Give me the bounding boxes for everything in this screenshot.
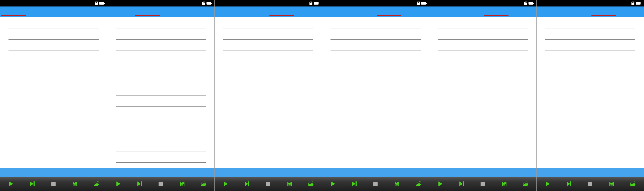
table-row [0, 73, 107, 84]
stop-icon [265, 181, 271, 187]
table-row [107, 40, 214, 51]
table-row [107, 129, 214, 140]
stop-button[interactable] [43, 177, 64, 191]
table-row [537, 51, 644, 62]
progress-bar [324, 174, 427, 176]
step-forward-icon [29, 181, 35, 187]
stop-button[interactable] [580, 177, 601, 191]
table-row [107, 96, 214, 107]
sd-card-icon [94, 1, 98, 5]
table-row [537, 28, 644, 40]
tab-chro[interactable] [483, 6, 510, 17]
stop-button[interactable] [258, 177, 279, 191]
single-test-button[interactable] [558, 177, 580, 191]
tab-set[interactable] [295, 6, 322, 17]
step-forward-icon [459, 181, 464, 187]
tab-spec[interactable] [429, 6, 456, 17]
save-icon [609, 181, 614, 187]
stop-button[interactable] [150, 177, 172, 191]
multi-test-button[interactable] [537, 177, 558, 191]
toolbar [107, 177, 214, 191]
multi-test-button[interactable] [0, 177, 22, 191]
open-folder-button[interactable] [86, 177, 107, 191]
table-row [429, 51, 536, 62]
progress-bar [109, 174, 213, 176]
tab-set[interactable] [402, 6, 429, 17]
single-test-button[interactable] [22, 177, 43, 191]
tab-chro[interactable] [268, 6, 295, 17]
tab-set[interactable] [510, 6, 536, 17]
open-folder-button[interactable] [300, 177, 322, 191]
open-folder-icon [308, 181, 314, 187]
open-folder-button[interactable] [622, 177, 644, 191]
tab-data[interactable] [134, 6, 161, 17]
tab-chro[interactable] [376, 6, 402, 17]
table-row [0, 51, 107, 62]
single-test-button[interactable] [129, 177, 150, 191]
status-bar [537, 168, 644, 177]
open-folder-button[interactable] [193, 177, 214, 191]
tab-spec[interactable] [107, 6, 134, 17]
tab-set[interactable] [617, 6, 644, 17]
open-folder-icon [201, 181, 206, 187]
tab-data[interactable] [564, 6, 590, 17]
single-test-button[interactable] [451, 177, 472, 191]
tab-chro[interactable] [590, 6, 617, 17]
open-folder-icon [523, 181, 528, 187]
measurement-table [429, 17, 536, 62]
save-icon [287, 181, 292, 187]
toolbar [322, 177, 429, 191]
tab-data[interactable] [349, 6, 376, 17]
stop-button[interactable] [365, 177, 386, 191]
screen-chro-cri-radar [429, 0, 537, 191]
save-button[interactable] [494, 177, 515, 191]
tab-set[interactable] [80, 6, 107, 17]
stop-icon [480, 181, 486, 187]
progress-bar [2, 174, 105, 176]
stop-icon [50, 181, 56, 187]
save-button[interactable] [64, 177, 86, 191]
table-row [107, 62, 214, 73]
title-bar [215, 0, 322, 6]
tab-spec[interactable] [322, 6, 349, 17]
sd-card-icon [202, 1, 205, 5]
tab-chro[interactable] [54, 6, 80, 17]
tab-bar [107, 6, 214, 17]
progress-bar [538, 174, 642, 176]
tab-set[interactable] [188, 6, 214, 17]
save-icon [179, 181, 185, 187]
tab-spec[interactable] [215, 6, 242, 17]
tab-spec[interactable] [537, 6, 564, 17]
save-button[interactable] [279, 177, 300, 191]
single-test-button[interactable] [344, 177, 365, 191]
stop-button[interactable] [472, 177, 494, 191]
tab-chro[interactable] [161, 6, 188, 17]
tab-data[interactable] [27, 6, 54, 17]
multi-test-button[interactable] [322, 177, 344, 191]
multi-test-button[interactable] [215, 177, 236, 191]
tab-bar [429, 6, 536, 17]
cie1931-chart [215, 62, 322, 168]
single-test-button[interactable] [236, 177, 258, 191]
title-bar [537, 0, 644, 6]
play-icon [8, 181, 14, 187]
table-row [0, 28, 107, 40]
spectrum-chart[interactable] [0, 84, 107, 168]
sd-card-icon [309, 1, 312, 5]
save-button[interactable] [601, 177, 622, 191]
table-row [215, 51, 322, 62]
tab-data[interactable] [456, 6, 483, 17]
open-folder-button[interactable] [408, 177, 429, 191]
multi-test-button[interactable] [429, 177, 451, 191]
toolbar [215, 177, 322, 191]
tab-data[interactable] [242, 6, 268, 17]
table-row [215, 28, 322, 40]
open-folder-button[interactable] [515, 177, 536, 191]
table-row [107, 140, 214, 152]
multi-test-button[interactable] [107, 177, 129, 191]
save-button[interactable] [386, 177, 408, 191]
save-button[interactable] [172, 177, 193, 191]
tab-spec[interactable] [0, 6, 27, 17]
tab-bar [215, 6, 322, 17]
screen-chro-sdcm [322, 0, 429, 191]
